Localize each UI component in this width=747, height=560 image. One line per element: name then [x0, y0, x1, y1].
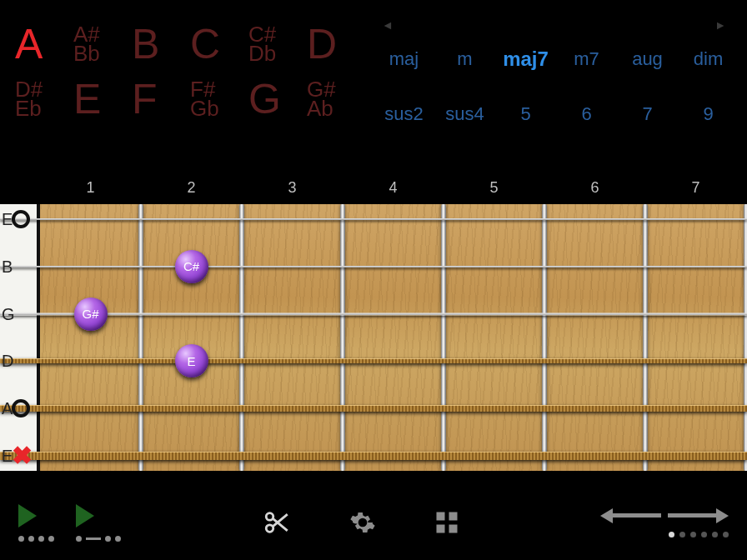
finger-dot[interactable]: E: [175, 344, 208, 378]
svg-rect-7: [436, 525, 444, 533]
grid-icon[interactable]: [434, 510, 459, 535]
quality-page-right[interactable]: ►: [714, 18, 726, 32]
fretboard-wood: [40, 204, 747, 471]
root-note-C[interactable]: C: [190, 26, 240, 63]
svg-rect-5: [436, 512, 444, 521]
quality-m[interactable]: m: [434, 48, 495, 70]
fret-number: 5: [444, 179, 544, 197]
finger-dot[interactable]: C#: [175, 250, 208, 283]
fret-wire: [138, 204, 143, 471]
pager-dot[interactable]: [679, 532, 685, 538]
voicing-pager: [669, 532, 729, 538]
pager-dot[interactable]: [690, 532, 696, 538]
quality-7[interactable]: 7: [617, 103, 678, 125]
fret-wire: [239, 204, 244, 471]
fretboard[interactable]: EBGDAE✖ C#G#E: [0, 204, 747, 471]
open-string-icon: [12, 399, 30, 418]
root-note-B[interactable]: B: [132, 26, 182, 63]
pager-dot[interactable]: [712, 532, 718, 538]
root-note-F#[interactable]: F#Gb: [190, 80, 240, 119]
quality-sus4[interactable]: sus4: [434, 103, 495, 125]
string-1[interactable]: [0, 211, 747, 228]
fret-wire: [441, 204, 446, 471]
fret-number: 3: [242, 179, 343, 197]
nut: [0, 204, 40, 471]
finger-dot[interactable]: G#: [74, 298, 108, 331]
play-chord-button[interactable]: [18, 504, 54, 542]
muted-string-icon: ✖: [12, 443, 33, 468]
quality-dim[interactable]: dim: [678, 48, 739, 70]
fret-number: 2: [141, 179, 242, 197]
quality-sus2[interactable]: sus2: [374, 103, 434, 125]
fret-number: 7: [645, 179, 746, 197]
open-string-icon: [12, 210, 30, 228]
quality-9[interactable]: 9: [678, 103, 739, 125]
root-note-E[interactable]: E: [73, 81, 123, 118]
string-label: B: [0, 257, 37, 276]
fret-number: 4: [343, 179, 444, 197]
scissors-icon[interactable]: [263, 508, 291, 537]
fret-wire: [542, 204, 547, 471]
quality-6[interactable]: 6: [556, 103, 617, 125]
pager-dot[interactable]: [669, 532, 674, 538]
string-2[interactable]: [0, 258, 747, 275]
svg-point-4: [359, 519, 366, 526]
quality-m7[interactable]: m7: [556, 48, 617, 70]
gear-icon[interactable]: [349, 509, 376, 536]
play-arpeggio-button[interactable]: [76, 504, 121, 542]
toolbar: [0, 485, 747, 560]
fret-number: 1: [40, 179, 141, 197]
quality-5[interactable]: 5: [495, 103, 556, 125]
quality-maj[interactable]: maj: [374, 48, 434, 70]
root-note-A#[interactable]: A#Bb: [73, 25, 123, 64]
root-note-C#[interactable]: C#Db: [248, 25, 298, 64]
svg-rect-6: [449, 512, 457, 521]
fret-wire: [744, 204, 747, 471]
quality-maj7[interactable]: maj7: [495, 48, 556, 71]
string-label: G: [0, 304, 37, 323]
root-note-D#[interactable]: D#Eb: [15, 80, 65, 119]
prev-voicing-button[interactable]: [600, 508, 661, 523]
root-note-A[interactable]: A: [15, 26, 65, 63]
string-6[interactable]: [0, 448, 747, 464]
string-4[interactable]: [0, 352, 747, 369]
pager-dot[interactable]: [723, 532, 729, 538]
svg-rect-8: [449, 525, 457, 533]
quality-page-left[interactable]: ◄: [382, 18, 394, 32]
root-note-G#[interactable]: G#Ab: [307, 80, 357, 119]
string-3[interactable]: [0, 306, 747, 322]
fret-wire: [340, 204, 345, 471]
next-voicing-button[interactable]: [668, 508, 729, 523]
root-note-G[interactable]: G: [248, 81, 298, 118]
string-label: D: [0, 352, 37, 371]
root-note-F[interactable]: F: [132, 81, 182, 118]
string-5[interactable]: [0, 400, 747, 417]
fret-number: 6: [544, 179, 645, 197]
pager-dot[interactable]: [701, 532, 707, 538]
root-note-D[interactable]: D: [307, 26, 357, 63]
fret-wire: [643, 204, 648, 471]
quality-aug[interactable]: aug: [617, 48, 678, 70]
